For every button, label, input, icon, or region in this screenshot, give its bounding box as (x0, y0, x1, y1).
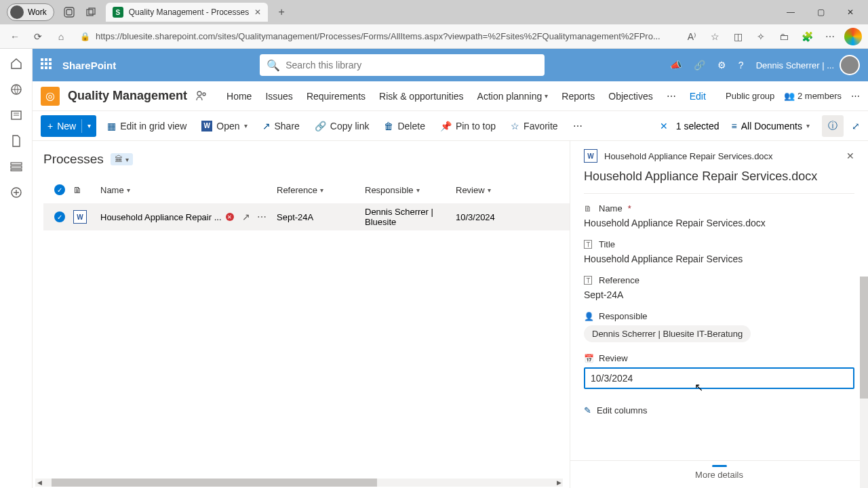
field-reference-value[interactable]: Sept-24A (584, 289, 854, 300)
row-checkbox[interactable]: ✓ (54, 211, 65, 222)
nav-requirements[interactable]: Requirements (305, 88, 367, 104)
nav-overflow[interactable]: ⋯ (665, 88, 677, 104)
rail-lists-icon[interactable] (9, 160, 23, 174)
scroll-left-icon[interactable]: ◀ (35, 479, 43, 486)
nav-issues[interactable]: Issues (264, 88, 294, 104)
row-share-icon[interactable]: ↗ (242, 211, 250, 222)
edit-grid-button[interactable]: ▦Edit in grid view (103, 115, 191, 137)
col-responsible-header[interactable]: Responsible▾ (365, 185, 456, 195)
rail-globe-icon[interactable] (9, 83, 23, 96)
read-aloud-icon[interactable]: A⁾ (681, 26, 703, 47)
details-pane-toggle[interactable]: ⓘ (822, 115, 844, 137)
close-pane-icon[interactable]: ✕ (846, 150, 854, 161)
table-header: ✓ 🗎 Name▾ Reference▾ Responsible▾ Review… (43, 176, 570, 203)
megaphone-icon[interactable]: 📣 (670, 60, 682, 70)
split-screen-icon[interactable]: ◫ (727, 26, 749, 47)
search-input[interactable] (285, 60, 538, 70)
col-type-icon[interactable]: 🗎 (73, 185, 100, 195)
help-icon[interactable]: ? (738, 60, 744, 70)
share-button[interactable]: ↗Share (258, 115, 304, 137)
horizontal-scrollbar[interactable]: ◀ ▶ (35, 479, 563, 487)
row-more-icon[interactable]: ⋯ (257, 211, 267, 222)
open-button[interactable]: WOpen▾ (197, 115, 251, 137)
close-window-button[interactable]: ✕ (835, 1, 865, 23)
workspaces-icon[interactable] (58, 1, 80, 23)
url-field[interactable]: 🔒 https://bluesite.sharepoint.com/sites/… (73, 27, 679, 46)
file-icon: 🗎 (584, 204, 593, 214)
nav-reports[interactable]: Reports (560, 88, 596, 104)
chevron-down-icon: ▾ (244, 122, 248, 129)
nav-refresh-button[interactable]: ⟳ (27, 26, 49, 47)
collections-icon[interactable]: 🗀 (773, 26, 795, 47)
minimize-button[interactable]: — (776, 1, 806, 23)
site-more-icon[interactable]: ⋯ (851, 91, 860, 101)
select-all-checkbox[interactable]: ✓ (54, 184, 65, 195)
app-launcher-icon[interactable] (41, 58, 54, 72)
browser-tab[interactable]: S Quality Management - Processes ✕ (106, 3, 268, 22)
field-responsible-value[interactable]: Dennis Scherrer | Bluesite IT-Beratung (584, 325, 751, 342)
scroll-right-icon[interactable]: ▶ (555, 479, 563, 486)
nav-objectives[interactable]: Objectives (607, 88, 654, 104)
cmd-overflow[interactable]: ⋯ (569, 115, 587, 137)
user-chip[interactable]: Dennis Scherrer | ... (756, 55, 860, 75)
nav-risk[interactable]: Risk & opportunities (378, 88, 465, 104)
app-left-rail (0, 49, 33, 488)
tab-actions-icon[interactable] (80, 1, 102, 23)
field-name-value[interactable]: Household Appliance Repair Services.docx (584, 218, 854, 228)
teams-icon[interactable] (195, 89, 209, 103)
user-name: Dennis Scherrer | ... (756, 60, 834, 70)
new-button[interactable]: + New ▾ (41, 115, 96, 137)
rail-home-icon[interactable] (9, 57, 23, 70)
copy-link-button[interactable]: 🔗Copy link (311, 115, 374, 137)
vertical-scrollbar[interactable] (860, 277, 868, 488)
window-controls: — ▢ ✕ (776, 1, 865, 23)
new-tab-button[interactable]: + (272, 3, 291, 22)
suite-brand[interactable]: SharePoint (62, 60, 116, 71)
clear-selection-icon[interactable]: ✕ (660, 121, 668, 131)
extensions-icon[interactable]: 🧩 (796, 26, 818, 47)
rail-create-icon[interactable] (9, 186, 23, 199)
search-box[interactable]: 🔍 (260, 54, 545, 76)
svg-point-14 (197, 92, 201, 96)
nav-back-button[interactable]: ← (4, 26, 26, 47)
nav-home[interactable]: Home (225, 88, 253, 104)
calendar-icon: 📅 (584, 354, 593, 363)
delete-button[interactable]: 🗑Delete (380, 115, 429, 137)
pin-button[interactable]: 📌Pin to top (436, 115, 500, 137)
site-name[interactable]: Quality Management (68, 89, 187, 103)
copilot-icon[interactable] (842, 26, 864, 47)
chevron-down-icon[interactable]: ▾ (87, 122, 91, 129)
rail-files-icon[interactable] (9, 134, 23, 148)
browser-profile-pill[interactable]: Work (7, 3, 54, 21)
settings-link-icon[interactable]: 🔗 (694, 60, 705, 70)
browser-menu-icon[interactable]: ⋯ (819, 26, 841, 47)
required-icon: * (628, 203, 631, 214)
col-name-header[interactable]: Name▾ (100, 185, 277, 195)
col-review-header[interactable]: Review▾ (456, 185, 537, 195)
field-title-value[interactable]: Household Appliance Repair Services (584, 253, 854, 264)
expand-icon[interactable]: ⤢ (852, 121, 860, 131)
library-type-chip[interactable]: 🏛 ▾ (111, 153, 133, 165)
share-icon: ↗ (262, 121, 271, 131)
nav-home-button[interactable]: ⌂ (50, 26, 72, 47)
gear-icon[interactable]: ⚙ (717, 60, 726, 70)
view-switcher[interactable]: ≡ All Documents ▾ (728, 121, 814, 131)
table-row[interactable]: ✓ Household Appliance Repair ... ✕ ↗ ⋯ S… (43, 203, 570, 230)
favorites-bar-icon[interactable]: ✧ (750, 26, 772, 47)
more-details-toggle[interactable]: More details (570, 460, 868, 484)
rail-news-icon[interactable] (9, 108, 23, 122)
close-tab-icon[interactable]: ✕ (254, 7, 261, 17)
chevron-down-icon: ▾ (806, 122, 810, 129)
site-logo-icon[interactable]: ◎ (41, 87, 60, 106)
favorite-button[interactable]: ☆Favorite (507, 115, 562, 137)
grip-icon (712, 465, 727, 467)
col-reference-header[interactable]: Reference▾ (277, 185, 365, 195)
maximize-button[interactable]: ▢ (806, 1, 835, 23)
nav-action-planning[interactable]: Action planning ▾ (476, 88, 550, 104)
field-review-input[interactable] (584, 367, 854, 389)
edit-columns-link[interactable]: ✎ Edit columns (584, 405, 854, 415)
person-icon: 👤 (584, 312, 593, 321)
favorite-star-icon[interactable]: ☆ (704, 26, 726, 47)
members-link[interactable]: 👥 2 members (784, 91, 842, 101)
nav-edit[interactable]: Edit (688, 88, 707, 104)
